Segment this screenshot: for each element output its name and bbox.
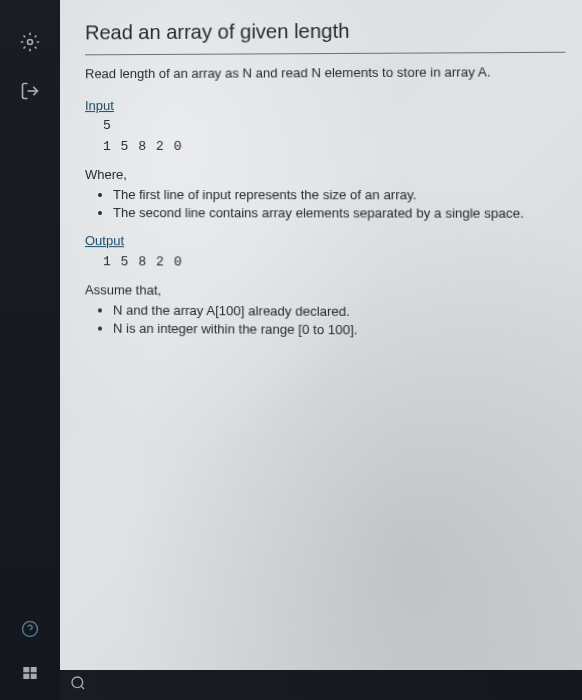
svg-rect-4: [23, 667, 29, 672]
where-bullets: The first line of input represents the s…: [85, 186, 567, 223]
output-header: Output: [85, 232, 567, 252]
divider: [85, 52, 565, 56]
assume-bullets: N and the array A[100] already declared.…: [85, 301, 568, 341]
svg-rect-6: [23, 674, 29, 679]
sidebar: [0, 0, 60, 700]
output-section: Output 1 5 8 2 0: [85, 232, 568, 272]
input-section: Input 5 1 5 8 2 0: [85, 96, 566, 156]
page-title: Read an array of given length: [85, 15, 565, 46]
content-panel: Read an array of given length Read lengt…: [60, 0, 582, 700]
input-line-1: 5: [85, 116, 566, 135]
svg-rect-5: [31, 667, 37, 672]
page-subtitle: Read length of an array as N and read N …: [85, 63, 566, 83]
input-header: Input: [85, 96, 566, 116]
assume-bullet-2: N is an integer within the range [0 to 1…: [113, 320, 568, 342]
svg-rect-7: [31, 674, 37, 679]
svg-point-0: [28, 40, 33, 45]
output-line-1: 1 5 8 2 0: [85, 253, 568, 273]
where-bullet-1: The first line of input represents the s…: [113, 186, 567, 205]
windows-icon[interactable]: [18, 661, 42, 685]
assume-label: Assume that,: [85, 281, 568, 302]
assume-section: Assume that, N and the array A[100] alre…: [85, 281, 568, 341]
exit-icon[interactable]: [18, 79, 42, 103]
input-line-2: 1 5 8 2 0: [85, 137, 566, 156]
where-label: Where,: [85, 166, 567, 185]
where-bullet-2: The second line contains array elements …: [113, 204, 567, 223]
gear-icon[interactable]: [18, 30, 42, 54]
help-icon[interactable]: [18, 617, 42, 641]
